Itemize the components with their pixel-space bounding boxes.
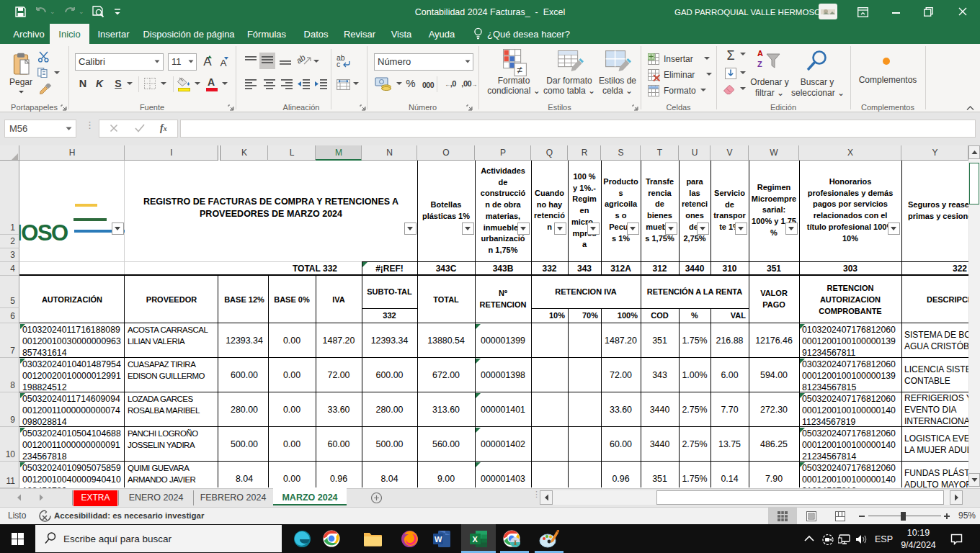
svg-text:≠: ≠ — [517, 64, 523, 76]
svg-text:W: W — [435, 535, 442, 544]
svg-text:X: X — [473, 535, 478, 544]
